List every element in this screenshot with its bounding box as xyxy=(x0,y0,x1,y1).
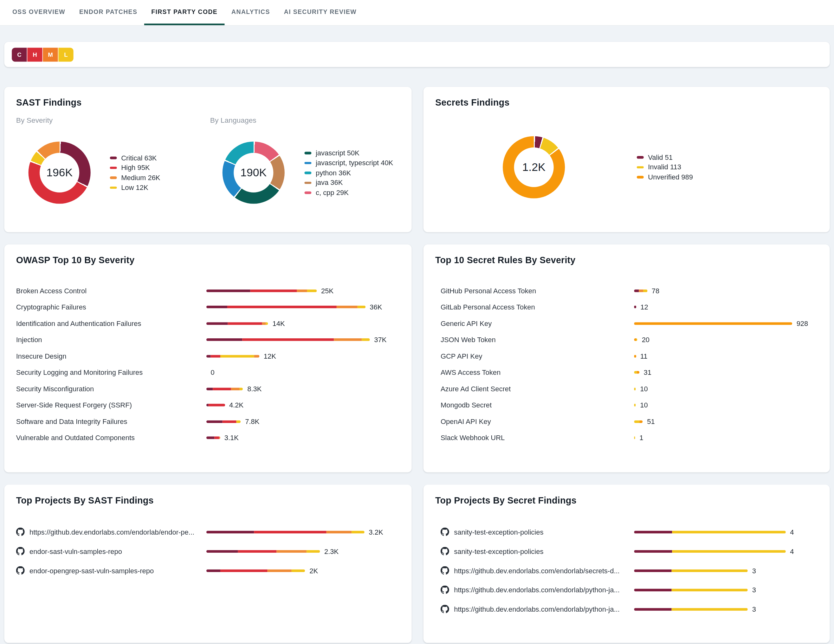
legend-item: Low 12K xyxy=(110,184,160,191)
github-icon xyxy=(441,547,449,555)
row-value: 3.1K xyxy=(225,434,239,442)
bar-segment-medium xyxy=(639,290,643,292)
row-label[interactable]: endor-opengrep-sast-vuln-samples-repo xyxy=(16,566,206,575)
row-value: 37K xyxy=(374,336,386,344)
legend-label: python 36K xyxy=(316,169,351,176)
by-languages-label: By Languages xyxy=(210,117,257,124)
stacked-bar xyxy=(634,589,748,591)
bar-segment-high xyxy=(227,306,337,308)
bar-segment-low xyxy=(220,355,254,358)
row-value: 14K xyxy=(273,319,285,327)
row-label[interactable]: https://github.dev.endorlabs.com/endorla… xyxy=(435,566,634,575)
bar-row: Vulnerable and Outdated Components3.1K xyxy=(16,430,400,446)
bar-segment-critical xyxy=(206,437,215,439)
severity-chip-medium[interactable]: M xyxy=(43,48,58,61)
row-label: Broken Access Control xyxy=(16,286,206,294)
bar-segment-critical xyxy=(634,569,671,572)
row-label[interactable]: sanity-test-exception-policies xyxy=(435,527,634,536)
bar-segment-low xyxy=(672,531,786,533)
bar-area: 3.1K xyxy=(206,434,239,442)
legend-label: Invalid 113 xyxy=(648,163,681,171)
row-value: 12K xyxy=(264,352,276,360)
bar-area: 11 xyxy=(634,352,647,360)
owasp-rows: Broken Access Control25KCryptographic Fa… xyxy=(16,283,400,446)
row-label[interactable]: https://github.dev.endorlabs.com/endorla… xyxy=(435,585,634,594)
bar-row: Generic API Key928 xyxy=(435,315,818,332)
bar-row: sanity-test-exception-policies4 xyxy=(435,522,818,542)
bar-area: 51 xyxy=(634,417,655,426)
row-value: 3.2K xyxy=(369,528,383,536)
bar-segment-medium xyxy=(254,355,259,358)
donut-center-value: 196K xyxy=(29,141,91,204)
tab-oss-overview[interactable]: OSS OVERVIEW xyxy=(5,0,72,25)
legend-mark xyxy=(637,166,644,168)
severity-chip-high[interactable]: H xyxy=(27,48,42,61)
bar-row: https://github.dev.endorlabs.com/endorla… xyxy=(435,580,818,600)
severity-chip-low[interactable]: L xyxy=(58,48,73,61)
bar-row: endor-opengrep-sast-vuln-samples-repo2K xyxy=(16,561,400,580)
row-label[interactable]: endor-sast-vuln-samples-repo xyxy=(16,547,206,555)
github-icon xyxy=(441,585,449,594)
bar-area: 8.3K xyxy=(206,385,262,393)
row-value: 10 xyxy=(640,401,648,409)
bar-segment-high xyxy=(254,531,326,533)
bar-segment-critical xyxy=(634,306,636,308)
secrets-donut: 1.2K xyxy=(503,136,565,198)
bar-area: 4 xyxy=(634,528,794,536)
stacked-bar xyxy=(206,550,320,552)
bar-row: Security Logging and Monitoring Failures… xyxy=(16,364,400,381)
stacked-bar xyxy=(206,355,259,358)
bar-area: 10 xyxy=(634,401,648,409)
secret-rules-card: Top 10 Secret Rules By Severity GitHub P… xyxy=(423,244,830,472)
row-label: Mongodb Secret xyxy=(435,401,634,409)
bar-segment-high xyxy=(238,550,277,552)
bar-segment-low xyxy=(634,371,637,374)
bar-segment-critical xyxy=(634,531,672,533)
bar-row: Insecure Design12K xyxy=(16,348,400,364)
card-title: SAST Findings xyxy=(16,98,82,108)
row-value: 12 xyxy=(640,303,648,311)
row-label: JSON Web Token xyxy=(435,336,634,344)
tab-analytics[interactable]: ANALYTICS xyxy=(225,0,277,25)
legend-item: Unverified 989 xyxy=(637,174,693,180)
sast-languages-donut: 190K xyxy=(223,141,284,204)
legend-label: Medium 26K xyxy=(121,173,160,181)
bar-segment-critical xyxy=(206,569,220,572)
row-label[interactable]: https://github.dev.endorlabs.com/endorla… xyxy=(16,527,206,536)
row-label: OpenAI API Key xyxy=(435,417,634,426)
bar-row: https://github.dev.endorlabs.com/endorla… xyxy=(16,522,400,542)
bar-area: 25K xyxy=(206,286,333,294)
dashboard-page: OSS OVERVIEWENDOR PATCHESFIRST PARTY COD… xyxy=(0,0,834,644)
top-projects-sast-card: Top Projects By SAST Findings https://gi… xyxy=(5,485,412,643)
bar-segment-medium xyxy=(262,322,266,325)
tab-first-party-code[interactable]: FIRST PARTY CODE xyxy=(144,0,225,25)
bar-area: 2K xyxy=(206,566,318,574)
tab-endor-patches[interactable]: ENDOR PATCHES xyxy=(72,0,144,25)
github-icon xyxy=(16,527,25,536)
secret-rules-rows: GitHub Personal Access Token78GitLab Per… xyxy=(435,283,818,446)
bar-row: endor-sast-vuln-samples-repo2.3K xyxy=(16,542,400,561)
row-label: Server-Side Request Forgery (SSRF) xyxy=(16,401,206,409)
legend-item: Valid 51 xyxy=(637,154,693,160)
bar-row: Azure Ad Client Secret10 xyxy=(435,381,818,397)
row-value: 8.3K xyxy=(247,385,262,393)
row-label[interactable]: https://github.dev.endorlabs.com/endorla… xyxy=(435,605,634,613)
donut-center-value: 190K xyxy=(223,141,284,204)
row-label: Slack Webhook URL xyxy=(435,434,634,442)
severity-chip-critical[interactable]: C xyxy=(12,48,27,61)
row-label[interactable]: sanity-test-exception-policies xyxy=(435,547,634,555)
tab-bar: OSS OVERVIEWENDOR PATCHESFIRST PARTY COD… xyxy=(0,0,834,26)
stacked-bar xyxy=(206,338,370,341)
bar-area: 1 xyxy=(634,434,643,442)
bar-area: 4 xyxy=(634,547,794,555)
github-icon xyxy=(441,566,449,575)
row-value: 4.2K xyxy=(229,401,244,409)
bar-segment-medium xyxy=(337,306,357,308)
legend-label: c, cpp 29K xyxy=(316,189,349,197)
bar-area: 0 xyxy=(206,369,215,376)
bar-segment-high xyxy=(208,404,225,406)
tab-ai-security-review[interactable]: AI SECURITY REVIEW xyxy=(277,0,364,25)
bar-segment-low xyxy=(352,531,365,533)
stacked-bar xyxy=(206,290,317,292)
stacked-bar xyxy=(634,420,643,423)
